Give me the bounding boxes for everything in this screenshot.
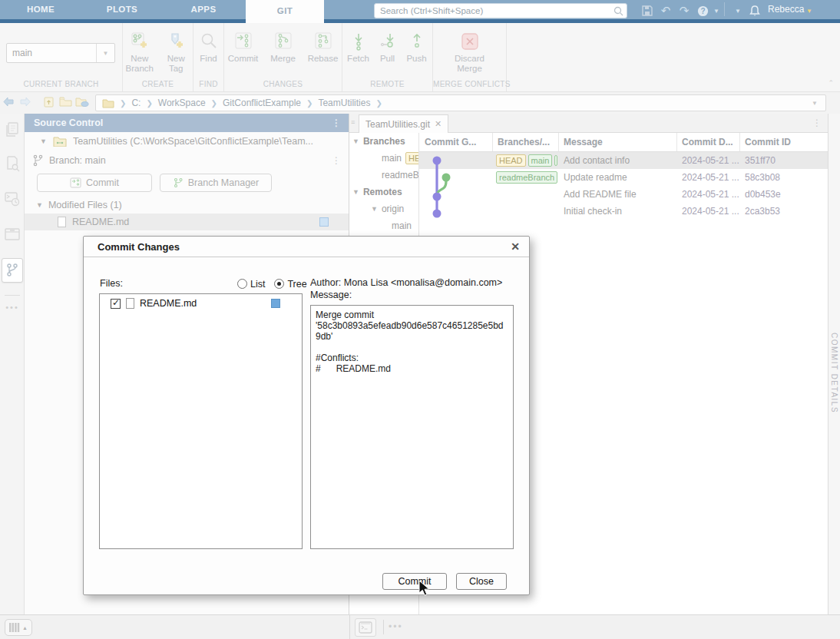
file-search-panel-icon[interactable]	[3, 154, 21, 174]
branch-manager-button[interactable]: Branch Manager	[160, 174, 272, 192]
dialog-close-icon[interactable]: ✕	[511, 240, 520, 253]
more-panels-icon[interactable]: •••	[0, 303, 25, 312]
repo-tree-item[interactable]: ▼ TeamUtilities (C:\WorkSpace\GitConflic…	[25, 132, 349, 151]
list-radio[interactable]: List	[237, 279, 265, 290]
tree-radio[interactable]: Tree	[274, 279, 306, 290]
checkbox-checked-icon[interactable]	[111, 299, 121, 309]
user-menu[interactable]: Rebecca	[768, 0, 804, 19]
undo-icon[interactable]: ↶	[657, 2, 674, 19]
tree-origin-group[interactable]: ▼ origin	[349, 200, 418, 217]
new-tag-button[interactable]: New Tag	[160, 29, 193, 74]
col-header-date[interactable]: Commit D...	[676, 133, 739, 151]
files-panel-icon[interactable]	[3, 120, 21, 140]
help-caret-icon[interactable]: ▼	[711, 2, 722, 19]
tab-git[interactable]: GIT	[246, 0, 324, 23]
breadcrumb-history-caret-icon[interactable]: ▼	[812, 100, 818, 107]
modified-files-group[interactable]: ▼ Modified Files (1)	[25, 197, 349, 214]
activity-bar: •••	[0, 114, 25, 614]
branch-combobox-caret-icon[interactable]: ▼	[96, 44, 114, 62]
new-script-icon[interactable]	[40, 96, 57, 111]
global-search[interactable]	[374, 3, 627, 18]
tab-apps[interactable]: APPS	[163, 0, 244, 19]
git-panel-menu-icon[interactable]: ⋮	[812, 114, 822, 132]
ribbon-group-create: New Branch New Tag CREATE	[123, 23, 193, 91]
dialog-titlebar[interactable]: Commit Changes ✕	[84, 237, 529, 257]
section-label-current-branch: CURRENT BRANCH	[0, 80, 122, 88]
col-header-branches[interactable]: Branches/...	[492, 133, 558, 151]
statusbar-more-icon[interactable]: •••	[389, 621, 403, 632]
fetch-button[interactable]: Fetch	[344, 29, 373, 64]
back-icon[interactable]	[0, 97, 17, 109]
source-control-panel-icon[interactable]	[2, 258, 23, 283]
close-tab-icon[interactable]: ✕	[435, 119, 441, 129]
dialog-close-button[interactable]: Close	[456, 573, 507, 590]
git-file-tab[interactable]: TeamUtilities.git ✕	[359, 114, 448, 133]
branch-label: Branch: main	[49, 155, 106, 166]
redo-icon[interactable]: ↷	[676, 2, 693, 19]
col-header-message[interactable]: Message	[558, 133, 676, 151]
dialog-file-list[interactable]: README.md	[99, 293, 303, 549]
dialog-commit-button[interactable]: Commit	[382, 573, 447, 590]
source-control-header: Source Control ⋮	[25, 114, 349, 132]
breadcrumb[interactable]: ❯ C: ❯ WorkSpace ❯ GitConflictExample ❯ …	[95, 94, 826, 111]
breadcrumb-chevron-icon: ❯	[211, 99, 217, 108]
commit-details-strip[interactable]: COMMIT DETAILS	[828, 114, 840, 614]
help-icon[interactable]: ?	[696, 2, 709, 19]
col-header-id[interactable]: Commit ID	[739, 133, 828, 151]
source-control-menu-icon[interactable]: ⋮	[332, 114, 341, 132]
save-icon[interactable]	[640, 2, 655, 19]
layout-button[interactable]: ▲	[5, 619, 32, 636]
commit-icon	[235, 32, 252, 52]
search-input[interactable]	[380, 6, 613, 15]
branch-menu-icon[interactable]: ⋮	[332, 151, 341, 171]
modified-file-row[interactable]: README.md	[25, 214, 349, 230]
collapse-caret-icon[interactable]: ▼	[40, 137, 47, 145]
tab-plots[interactable]: PLOTS	[81, 0, 163, 19]
pull-button[interactable]: Pull	[373, 29, 402, 64]
branch-tree-item[interactable]: Branch: main ⋮	[25, 151, 349, 171]
activity-bar-divider	[5, 295, 20, 296]
open-folder-icon[interactable]	[57, 96, 74, 110]
dialog-title: Commit Changes	[98, 241, 180, 253]
rebase-ribbon-button[interactable]: Rebase	[305, 29, 342, 64]
push-button[interactable]: Push	[402, 29, 432, 64]
tab-home[interactable]: HOME	[0, 0, 81, 19]
folder-icon	[102, 98, 114, 108]
tree-remotes-group[interactable]: ▼ Remotes	[349, 184, 418, 200]
commit-changes-dialog: Commit Changes ✕ Files: List Tree Author…	[83, 236, 530, 595]
tree-item-main[interactable]: main HEA	[349, 150, 418, 167]
branch-combobox[interactable]: main ▼	[6, 43, 115, 63]
breadcrumb-item-drive[interactable]: C:	[131, 98, 141, 108]
col-header-graph[interactable]: Commit G...	[419, 133, 492, 151]
find-button[interactable]: Find	[195, 29, 223, 64]
workspace-panel-icon[interactable]	[3, 224, 21, 244]
tree-item-readme-branch[interactable]: readmeBra	[349, 167, 418, 184]
breadcrumb-item-folder[interactable]: TeamUtilities	[318, 98, 370, 108]
commit-ribbon-button[interactable]: Commit	[225, 29, 262, 64]
folder-cloud-icon[interactable]	[74, 96, 91, 110]
command-history-panel-icon[interactable]	[3, 189, 21, 209]
commit-date: 2024-05-21 ...	[676, 203, 739, 220]
breadcrumb-item-project[interactable]: GitConflictExample	[223, 98, 301, 108]
user-caret-icon[interactable]: ▼	[803, 2, 815, 19]
ribbon-group-changes: Commit Merge Rebase CHANGES	[224, 23, 342, 91]
ribbon-group-find: Find FIND	[193, 23, 224, 91]
terminal-button[interactable]	[355, 618, 376, 637]
forward-icon[interactable]	[17, 97, 34, 109]
collapse-caret-icon[interactable]: ▼	[36, 201, 43, 209]
path-toolbar: ❯ C: ❯ WorkSpace ❯ GitConflictExample ❯ …	[0, 92, 840, 114]
tree-item-origin-main[interactable]: main	[349, 217, 418, 234]
collapse-ribbon-icon[interactable]: ⌃	[828, 79, 834, 87]
discard-merge-button[interactable]: Discard Merge	[445, 29, 494, 74]
dialog-file-row[interactable]: README.md	[100, 294, 302, 309]
merge-ribbon-button[interactable]: Merge	[265, 29, 302, 64]
commit-message-textarea[interactable]: Merge commit '58c3b0893a5efeadb90d6e587c…	[310, 305, 514, 549]
new-branch-button[interactable]: New Branch	[123, 29, 157, 74]
notifications-bell-icon[interactable]	[747, 2, 762, 19]
panel-caret-icon[interactable]: ▼	[731, 2, 745, 19]
commit-panel-button[interactable]: Commit	[37, 174, 152, 192]
breadcrumb-item-workspace[interactable]: WorkSpace	[158, 98, 206, 108]
tree-branches-group[interactable]: ▼ Branches	[349, 133, 418, 150]
clipped-badge	[554, 155, 557, 166]
rebase-icon	[315, 32, 332, 52]
